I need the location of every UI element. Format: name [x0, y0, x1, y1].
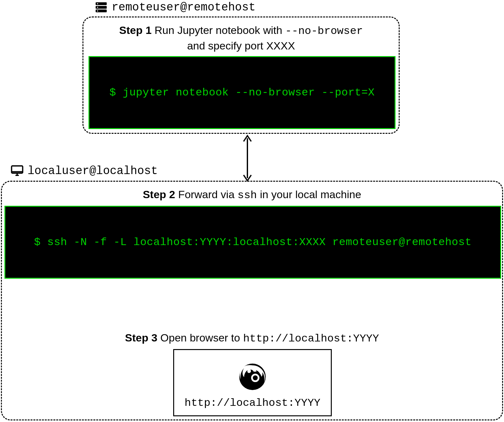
step1-flag: --no-browser: [285, 25, 363, 37]
svg-point-14: [253, 375, 258, 380]
remote-terminal-cmd: $ jupyter notebook --no-browser --port=X: [109, 87, 375, 99]
step3-label: Step 3: [125, 332, 157, 344]
step1-text-a: Run Jupyter notebook with: [154, 24, 282, 36]
step2-label: Step 2: [143, 188, 175, 200]
step3-text: Step 3 Open browser to http://localhost:…: [2, 331, 502, 346]
remote-host-text: remoteuser@remotehost: [112, 1, 256, 14]
browser-url: http://localhost:YYYY: [185, 397, 320, 409]
local-host-text: localuser@localhost: [28, 165, 158, 178]
desktop-icon: [10, 164, 24, 178]
remote-box: Step 1 Run Jupyter notebook with --no-br…: [82, 16, 400, 134]
local-terminal-cmd: $ ssh -N -f -L localhost:YYYY:localhost:…: [34, 236, 472, 248]
step2-text: Step 2 Forward via ssh in your local mac…: [2, 187, 502, 203]
svg-point-4: [97, 7, 98, 8]
local-terminal: $ ssh -N -f -L localhost:YYYY:localhost:…: [4, 206, 501, 279]
step2-cmd-word: ssh: [238, 189, 257, 201]
step1-text-b: and specify port XXXX: [187, 40, 295, 52]
browser-box: http://localhost:YYYY: [173, 349, 332, 416]
step3-url: http://localhost:YYYY: [243, 333, 379, 345]
server-icon: [95, 1, 108, 14]
step3-text-a: Open browser to: [160, 332, 240, 344]
local-box: Step 2 Forward via ssh in your local mac…: [1, 181, 503, 420]
connector-arrow: [241, 134, 254, 183]
step2-text-a: Forward via: [178, 188, 235, 200]
step1-text: Step 1 Run Jupyter notebook with --no-br…: [83, 23, 399, 53]
remote-host-label: remoteuser@remotehost: [95, 1, 256, 14]
step1-label: Step 1: [119, 24, 152, 36]
local-host-label: localuser@localhost: [10, 164, 158, 178]
svg-point-3: [97, 3, 98, 4]
svg-point-5: [97, 10, 98, 12]
firefox-icon: [235, 358, 270, 394]
step2-text-b: in your local machine: [260, 188, 361, 200]
remote-terminal: $ jupyter notebook --no-browser --port=X: [88, 56, 396, 129]
